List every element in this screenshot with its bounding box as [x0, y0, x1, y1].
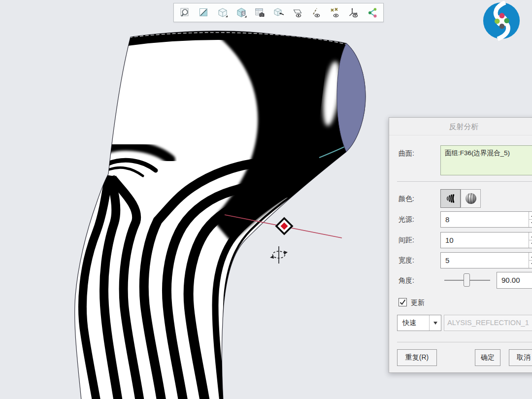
- perspective-icon[interactable]: [270, 4, 287, 21]
- graphics-toolbar: [173, 3, 384, 22]
- update-checkbox[interactable]: [399, 298, 407, 306]
- spacing-label: 间距:: [399, 236, 414, 245]
- width-spinbox[interactable]: 5: [440, 252, 532, 268]
- surface-collector-field[interactable]: 面组:F36(边界混合_5): [440, 145, 532, 175]
- stripes-swatch-icon[interactable]: [440, 189, 461, 208]
- quality-dropdown[interactable]: 快速: [397, 315, 441, 331]
- ok-button[interactable]: 确定: [475, 349, 500, 366]
- light-spinbox[interactable]: 8: [440, 211, 532, 228]
- check-icon: [399, 299, 406, 305]
- zoom-icon[interactable]: [176, 4, 194, 21]
- spin-up-icon[interactable]: [529, 253, 532, 261]
- spin-center-icon[interactable]: [364, 4, 381, 21]
- sphere-swatch-icon[interactable]: [461, 189, 481, 208]
- width-value[interactable]: 5: [445, 256, 449, 265]
- color-option-group: [440, 189, 481, 208]
- view-manager-icon[interactable]: [251, 4, 268, 21]
- light-value[interactable]: 8: [445, 215, 449, 224]
- spin-down-icon[interactable]: [529, 240, 532, 248]
- surface-label: 曲面:: [399, 149, 414, 158]
- spin-up-icon[interactable]: [529, 233, 532, 240]
- display-style-icon[interactable]: [214, 4, 231, 21]
- plane-display-icon[interactable]: [289, 4, 306, 21]
- angle-slider-handle[interactable]: [464, 273, 470, 287]
- chevron-down-icon[interactable]: [429, 315, 441, 331]
- light-label: 光源:: [399, 215, 414, 224]
- analysis-name-field[interactable]: ALYSIS_REFLECTION_1: [444, 315, 532, 331]
- saved-orientations-icon[interactable]: [233, 4, 250, 21]
- angle-value-field[interactable]: 90.00: [497, 272, 532, 289]
- spacing-value[interactable]: 10: [445, 236, 454, 244]
- update-label: 更新: [411, 299, 425, 307]
- quality-value: 快速: [402, 319, 416, 328]
- spin-up-icon[interactable]: [529, 212, 532, 220]
- angle-label: 角度:: [399, 276, 414, 285]
- separator: [397, 181, 532, 182]
- refit-icon[interactable]: [195, 4, 212, 21]
- zebra-reflection-model[interactable]: [75, 31, 366, 399]
- dialog-title: 反射分析: [389, 118, 532, 135]
- repeat-button[interactable]: 重复(R): [397, 349, 437, 366]
- csys-display-icon[interactable]: [345, 4, 362, 21]
- color-label: 颜色:: [399, 195, 414, 203]
- width-label: 宽度:: [399, 256, 414, 265]
- spin-cursor: [270, 246, 288, 264]
- cancel-button[interactable]: 取消: [509, 349, 532, 366]
- creo-window: 反射分析 曲面: 面组:F36(边界混合_5) 颜色:: [0, 0, 532, 399]
- spacing-spinbox[interactable]: 10: [440, 232, 532, 248]
- endcap-face[interactable]: [337, 43, 366, 152]
- point-display-icon[interactable]: [326, 4, 343, 21]
- reflection-analysis-dialog: 反射分析 曲面: 面组:F36(边界混合_5) 颜色:: [389, 117, 532, 373]
- brand-swirl-logo: [481, 1, 522, 41]
- separator: [397, 342, 532, 342]
- spin-down-icon[interactable]: [529, 261, 532, 268]
- axis-display-icon[interactable]: [307, 4, 325, 21]
- spin-down-icon[interactable]: [529, 220, 532, 227]
